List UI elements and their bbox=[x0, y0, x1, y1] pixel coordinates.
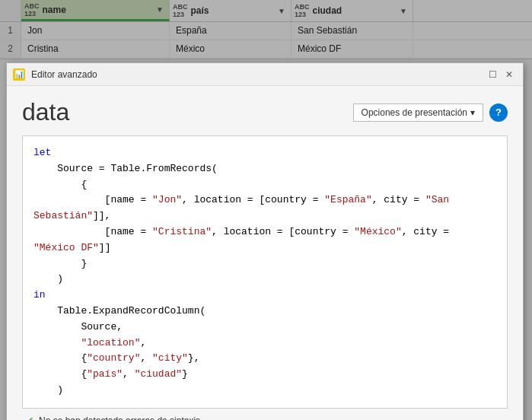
code-line-14: ) bbox=[33, 383, 496, 399]
code-editor[interactable]: let Source = Table.FromRecords( { [name … bbox=[22, 135, 508, 409]
code-line-3: { bbox=[33, 177, 496, 193]
modal-close-button[interactable]: ✕ bbox=[502, 67, 517, 82]
editor-modal: 📊 Editor avanzado ☐ ✕ data Opciones de p… bbox=[6, 62, 524, 420]
modal-heading-row: data Opciones de presentación ▾ ? bbox=[22, 98, 508, 126]
code-line-9: Table.ExpandRecordColumn( bbox=[33, 304, 496, 320]
code-line-7: ) bbox=[33, 272, 496, 288]
options-button-label: Opciones de presentación bbox=[362, 107, 467, 118]
modal-title-text: Editor avanzado bbox=[31, 69, 483, 80]
modal-titlebar: 📊 Editor avanzado ☐ ✕ bbox=[7, 63, 523, 86]
modal-icon: 📊 bbox=[13, 68, 25, 81]
code-line-4: [name = "Jon", location = [country = "Es… bbox=[33, 192, 496, 224]
modal-minimize-button[interactable]: ☐ bbox=[485, 67, 500, 82]
status-text: No se han detectado errores de sintaxis. bbox=[39, 415, 202, 420]
modal-heading: data bbox=[22, 98, 353, 126]
code-line-1: let bbox=[33, 145, 496, 161]
code-line-2: Source = Table.FromRecords( bbox=[33, 161, 496, 177]
code-line-8: in bbox=[33, 288, 496, 304]
code-line-10: Source, bbox=[33, 320, 496, 336]
options-button[interactable]: Opciones de presentación ▾ bbox=[353, 103, 483, 122]
options-chevron-icon: ▾ bbox=[470, 107, 475, 118]
code-line-13: {"país", "ciudad"} bbox=[33, 367, 496, 383]
code-line-12: {"country", "city"}, bbox=[33, 351, 496, 367]
status-row: ✔ No se han detectado errores de sintaxi… bbox=[22, 409, 508, 420]
modal-overlay: 📊 Editor avanzado ☐ ✕ data Opciones de p… bbox=[0, 0, 532, 420]
modal-body: data Opciones de presentación ▾ ? let So… bbox=[7, 86, 523, 420]
code-line-11: "location", bbox=[33, 336, 496, 352]
code-line-6: } bbox=[33, 256, 496, 272]
check-icon: ✔ bbox=[25, 415, 34, 420]
help-button[interactable]: ? bbox=[489, 103, 508, 122]
code-line-5: [name = "Cristina", location = [country … bbox=[33, 224, 496, 256]
